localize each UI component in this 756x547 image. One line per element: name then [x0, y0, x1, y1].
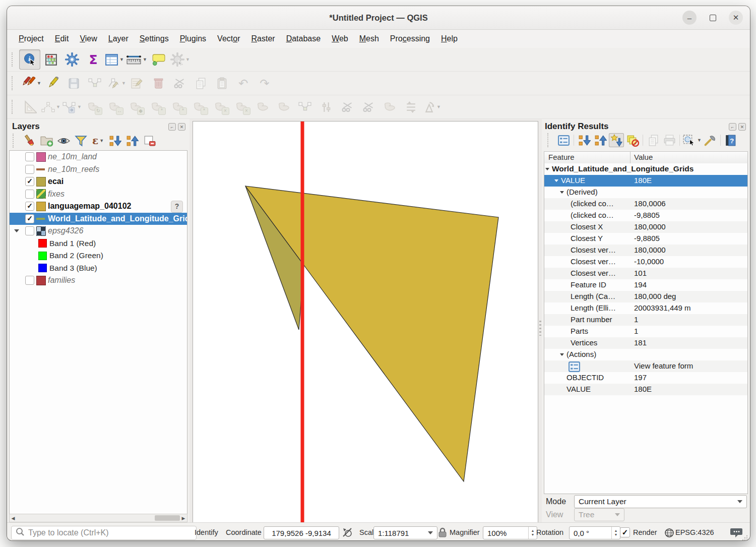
help-button[interactable]: ?: [723, 133, 738, 147]
remove-layer-button[interactable]: [142, 134, 157, 148]
identify-row-value[interactable]: VALUE180E: [544, 384, 747, 395]
scroll-right-icon[interactable]: ▶: [180, 515, 187, 521]
scale-combobox[interactable]: 1:118791: [373, 526, 437, 539]
add-group-button[interactable]: [39, 134, 54, 148]
layer-item-ne-10m-land[interactable]: ne_10m_land: [10, 151, 187, 163]
measure-button[interactable]: ▼: [125, 49, 148, 70]
toolbar-drag-handle[interactable]: [12, 52, 15, 67]
layer-checkbox[interactable]: [25, 152, 34, 161]
layer-notification-badge[interactable]: ?: [171, 201, 183, 213]
layer-item-fixes[interactable]: fixes: [10, 188, 187, 201]
menu-project[interactable]: Project: [13, 32, 49, 45]
menu-web[interactable]: Web: [326, 32, 354, 45]
layer-item-languagemap-040102[interactable]: ✓languagemap_040102?: [10, 200, 187, 213]
float-panel-icon[interactable]: ⌐: [168, 123, 176, 131]
menu-layer[interactable]: Layer: [103, 32, 134, 45]
open-form-view-button[interactable]: [556, 133, 571, 147]
identify-row-view-feature-form[interactable]: View feature form: [544, 360, 747, 372]
locate-search-input[interactable]: Type to locate (Ctrl+K): [11, 526, 197, 540]
layer-item-band-3-blue-[interactable]: Band 3 (Blue): [10, 262, 187, 275]
layer-checkbox[interactable]: [25, 276, 34, 285]
expander-icon[interactable]: [14, 229, 19, 232]
maximize-button[interactable]: [706, 11, 720, 25]
resize-grip[interactable]: [741, 534, 748, 540]
close-panel-icon[interactable]: ✕: [178, 123, 185, 131]
close-button[interactable]: ✕: [729, 11, 743, 25]
menu-help[interactable]: Help: [435, 32, 463, 45]
layer-checkbox[interactable]: ✓: [25, 202, 34, 211]
identify-mode-button[interactable]: ▼: [682, 133, 702, 147]
scrollbar-thumb[interactable]: [155, 515, 180, 521]
close-panel-icon[interactable]: ✕: [738, 123, 746, 131]
map-tips-button[interactable]: [148, 49, 169, 70]
crs-status[interactable]: EPSG:4326: [675, 528, 714, 536]
magnifier-spinbox[interactable]: 100% ▲▼: [483, 526, 537, 539]
layer-item-epsg4326[interactable]: epsg4326: [10, 225, 187, 237]
render-checkbox[interactable]: ✓: [620, 527, 630, 537]
layer-checkbox[interactable]: ✓: [25, 214, 34, 223]
expand-tree-button[interactable]: [577, 133, 592, 147]
stepper-icons[interactable]: ▲▼: [528, 527, 537, 539]
layer-item-ecai[interactable]: ✓ecai: [10, 175, 187, 188]
identify-row--derived-[interactable]: (Derived): [544, 187, 747, 198]
map-grid-line-world_latitude_and_longitude_grids[interactable]: [301, 121, 304, 523]
identify-settings-button[interactable]: [703, 133, 718, 147]
lock-scale-icon[interactable]: [438, 527, 447, 539]
identify-row-value[interactable]: VALUE180E: [544, 175, 747, 187]
identify-row-part-number[interactable]: Part number1: [544, 314, 747, 326]
identify-row--clicked-co-[interactable]: (clicked co…-9,8805: [544, 210, 747, 221]
statistical-summary-button[interactable]: Σ: [83, 49, 104, 70]
menu-view[interactable]: View: [74, 32, 102, 45]
minimize-button[interactable]: –: [682, 11, 697, 25]
menu-mesh[interactable]: Mesh: [354, 32, 385, 45]
filter-by-expression-button[interactable]: ε▼: [90, 134, 106, 148]
expander-icon[interactable]: [545, 168, 549, 170]
layer-item-ne-10m-reefs[interactable]: ne_10m_reefs: [10, 163, 187, 176]
toggle-editing-button[interactable]: [42, 73, 64, 93]
layer-checkbox[interactable]: [25, 165, 34, 174]
expand-new-results-button[interactable]: [609, 133, 624, 147]
identify-row-objectid[interactable]: OBJECTID197: [544, 372, 747, 384]
open-layer-styling-button[interactable]: [22, 134, 37, 148]
identify-row-world-latitude-and-longitude-grids[interactable]: World_Latitude_and_Longitude_Grids: [544, 163, 747, 175]
processing-toolbox-button[interactable]: [61, 49, 83, 70]
coordinate-input[interactable]: 179,9526 -9,9134: [264, 526, 339, 539]
identify-row-closest-ver-[interactable]: Closest ver…-10,0000: [544, 256, 747, 268]
toolbar-drag-handle[interactable]: [12, 100, 15, 114]
identify-row--actions-[interactable]: (Actions): [544, 349, 747, 360]
layers-horizontal-scrollbar[interactable]: ◀ ▶: [9, 514, 187, 522]
map-polygon-languagemap_040102[interactable]: [245, 186, 498, 481]
identify-features-button[interactable]: i: [19, 49, 40, 70]
layer-item-band-2-green-[interactable]: Band 2 (Green): [10, 250, 187, 262]
expander-icon[interactable]: [560, 191, 564, 194]
map-canvas[interactable]: [193, 121, 538, 523]
stepper-icons[interactable]: ▲▼: [611, 527, 620, 539]
expander-icon[interactable]: [554, 179, 558, 182]
view-combobox[interactable]: Tree: [574, 508, 624, 521]
identify-row-parts[interactable]: Parts1: [544, 326, 747, 337]
float-panel-icon[interactable]: ⌐: [729, 123, 736, 131]
current-edits-button[interactable]: ▼: [19, 73, 42, 93]
identify-row-length-ca-[interactable]: Length (Ca…180,000 deg: [544, 291, 747, 302]
collapse-all-button[interactable]: [124, 134, 140, 148]
column-splitter[interactable]: [630, 152, 631, 164]
scroll-left-icon[interactable]: ◀: [10, 515, 17, 521]
identify-row-length-elli-[interactable]: Length (Elli…20003931,449 m: [544, 302, 747, 314]
extents-toggle-icon[interactable]: [342, 527, 353, 539]
identify-row-closest-ver-[interactable]: Closest ver…180,0000: [544, 245, 747, 256]
menu-raster[interactable]: Raster: [245, 32, 280, 45]
menu-database[interactable]: Database: [281, 32, 327, 45]
menu-edit[interactable]: Edit: [49, 32, 75, 45]
attribute-table-button[interactable]: ▼: [104, 49, 125, 70]
identify-row-closest-y[interactable]: Closest Y-9,8805: [544, 233, 747, 245]
manage-map-themes-button[interactable]: [56, 134, 72, 148]
mode-combobox[interactable]: Current Layer: [574, 495, 747, 508]
menu-vector[interactable]: Vector: [212, 32, 245, 45]
titlebar[interactable]: *Untitled Project — QGIS – ✕: [7, 6, 750, 30]
identify-row-closest-x[interactable]: Closest X180,0000: [544, 221, 747, 233]
collapse-tree-button[interactable]: [593, 133, 608, 147]
expander-icon[interactable]: [560, 353, 564, 356]
layer-checkbox[interactable]: [25, 226, 34, 235]
toolbar-drag-handle[interactable]: [13, 134, 16, 148]
layer-item-world-latitude-and-longitude-grids[interactable]: ✓World_Latitude_and_Longitude_Grids: [10, 213, 187, 225]
